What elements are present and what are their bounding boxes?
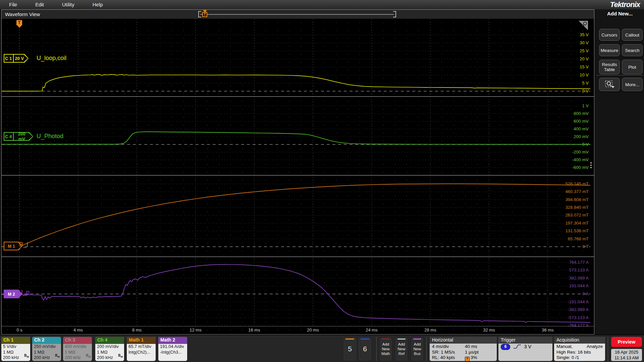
badge-title: Ch 1 bbox=[1, 337, 30, 344]
panel-drag-handle[interactable] bbox=[590, 161, 592, 169]
date-text: 16 Apr 2025 bbox=[611, 349, 642, 355]
channel-badge-c1[interactable]: C 120 V bbox=[4, 54, 29, 63]
sidebar-button-more[interactable]: More... bbox=[622, 78, 643, 91]
menu-items: FileEditUtilityHelp bbox=[0, 0, 112, 9]
channel-button-6[interactable]: 6 bbox=[358, 337, 372, 361]
badge-title: Ch 3 bbox=[63, 337, 92, 344]
badge-title: Math 2 bbox=[158, 337, 187, 344]
trigger-position-marker[interactable]: T bbox=[202, 10, 207, 18]
oscilloscope-screen: FileEditUtilityHelp Tektronix Waveform V… bbox=[0, 0, 644, 362]
time-tick-label: 0 s bbox=[4, 327, 35, 333]
menu-item-edit[interactable]: Edit bbox=[26, 0, 53, 9]
axis-tick-label: 1 V bbox=[545, 103, 589, 109]
preview-button[interactable]: Preview bbox=[611, 337, 642, 347]
channel-badge-m2[interactable]: M 2 bbox=[4, 290, 22, 298]
bandwidth-limit-icon: BW bbox=[55, 353, 60, 360]
badge-settings: 200 mV/div1 MΩ200 kHzBW bbox=[95, 344, 124, 361]
trace-name-label: I_p bbox=[21, 289, 30, 296]
trace-i-p[interactable] bbox=[2, 264, 590, 322]
trace-name-label: B_t bbox=[19, 241, 28, 248]
zoom-corner-icon[interactable] bbox=[578, 21, 588, 31]
badge-text: M 2 bbox=[4, 290, 19, 298]
badge-text: C 4200 mV bbox=[4, 132, 30, 141]
time-tick-label: 4 ms bbox=[63, 327, 93, 333]
badge-settings: 250 mV/div1 MΩ200 kHzBW bbox=[32, 344, 61, 361]
zoom-select-icon bbox=[604, 80, 614, 89]
channel-settings-badge-ch2[interactable]: Ch 2250 mV/div1 MΩ200 kHzBW bbox=[32, 337, 61, 361]
menu-item-file[interactable]: File bbox=[0, 0, 26, 9]
trace-u-loop-coil[interactable] bbox=[2, 74, 590, 91]
axis-tick-label: 0 A bbox=[545, 291, 589, 297]
axis-tick-label: 20 V bbox=[545, 56, 589, 62]
channel-settings-badge-ch4[interactable]: Ch 4200 mV/div1 MΩ200 kHzBW bbox=[95, 337, 124, 361]
sidebar-button-results-table[interactable]: Results Table bbox=[599, 60, 620, 74]
trace-name-label: U_Photod bbox=[37, 133, 63, 140]
sidebar-button-measure[interactable]: Measure bbox=[599, 44, 620, 56]
trigger-t-icon: T bbox=[16, 20, 22, 25]
axis-tick-label: 400 mV bbox=[545, 126, 589, 132]
channel-settings-badge-math1[interactable]: Math 165.7 mT/divIntg(Ch2)... bbox=[127, 337, 156, 361]
add-new-ref-button[interactable]: AddNewRef bbox=[395, 337, 408, 361]
axis-tick-label: 263.072 mT bbox=[545, 212, 589, 218]
sidebar-button-search[interactable]: Search bbox=[622, 44, 643, 56]
button-color-stripe bbox=[382, 339, 390, 340]
badge-settings: 65.7 mT/divIntg(Ch2)... bbox=[127, 344, 156, 361]
axis-tick-label: 35 V bbox=[545, 32, 589, 38]
horizontal-duration: 40 ms bbox=[465, 344, 494, 350]
divider bbox=[426, 337, 427, 361]
overview-right-bracket[interactable] bbox=[393, 11, 396, 17]
menu-item-help[interactable]: Help bbox=[84, 0, 112, 9]
acquisition-panel[interactable]: Acquisition Manual, Analyze High Res: 16… bbox=[554, 337, 605, 361]
time-tick-label: 24 ms bbox=[357, 327, 387, 333]
rising-edge-icon bbox=[512, 344, 522, 349]
axis-tick-label: 197.304 mT bbox=[545, 220, 589, 226]
acquisition-panel-title: Acquisition bbox=[554, 337, 605, 344]
channel-settings-badge-ch3[interactable]: Ch 3450 mV/div1 MΩ200 kHzBW bbox=[63, 337, 92, 361]
channel-badge-c4[interactable]: C 4200 mV bbox=[4, 132, 33, 141]
waveform-plot-area[interactable]: T 35 V30 V25 V20 V15 V10 V5 V0 V1 V800 m… bbox=[2, 19, 594, 334]
horizontal-panel[interactable]: Horizontal 4 ms/div 40 ms SR: 1 MS/s 1 µ… bbox=[430, 337, 497, 361]
sidebar-button-cursors[interactable]: Cursors bbox=[599, 29, 620, 41]
waveform-canvas[interactable] bbox=[2, 19, 594, 326]
add-new-bus-button[interactable]: AddNewBus bbox=[411, 337, 424, 361]
trigger-panel[interactable]: Trigger 6 3 V bbox=[498, 337, 552, 361]
divider bbox=[608, 337, 608, 361]
add-new-math-button[interactable]: AddNewMath bbox=[379, 337, 392, 361]
axis-tick-label: 15 V bbox=[545, 64, 589, 70]
badge-title: Math 1 bbox=[127, 337, 156, 344]
trigger-source-badge: 6 bbox=[501, 344, 510, 350]
axis-tick-label: 30 V bbox=[545, 40, 589, 46]
horizontal-sample-rate: SR: 1 MS/s bbox=[432, 350, 465, 355]
trigger-point-icon bbox=[17, 25, 21, 28]
zoom-select-icon[interactable] bbox=[599, 78, 620, 91]
trigger-indicator-flag[interactable]: T bbox=[16, 20, 22, 28]
channel-settings-badge-math2[interactable]: Math 2191.04 A/div-Intg(Ch3... bbox=[158, 337, 187, 361]
button-color-stripe bbox=[413, 339, 421, 340]
axis-tick-label: 131.536 mT bbox=[545, 228, 589, 234]
axis-tick-label: 191.044 A bbox=[545, 283, 589, 289]
menu-item-utility[interactable]: Utility bbox=[53, 0, 84, 9]
axis-tick-label: 25 V bbox=[545, 48, 589, 54]
axis-tick-label: 460.377 mT bbox=[545, 189, 589, 194]
trigger-level: 3 V bbox=[524, 344, 532, 349]
horizontal-panel-title: Horizontal bbox=[430, 337, 497, 344]
trace-u-photod[interactable] bbox=[2, 132, 590, 144]
waveform-view-header: Waveform View T bbox=[2, 10, 594, 19]
horizontal-trigger-position: T3% bbox=[465, 355, 494, 361]
overview-track bbox=[200, 14, 394, 15]
acquisition-mode: Manual, bbox=[556, 344, 573, 350]
sidebar-button-callout[interactable]: Callout bbox=[622, 29, 643, 41]
overview-left-bracket[interactable] bbox=[198, 11, 201, 17]
time-tick-label: 12 ms bbox=[180, 327, 211, 333]
trace-b-t[interactable] bbox=[2, 184, 590, 247]
axis-tick-label: 600 mV bbox=[545, 118, 589, 124]
axis-tick-label: -200 mV bbox=[545, 149, 589, 155]
channel-button-5[interactable]: 5 bbox=[343, 337, 357, 361]
axis-tick-label: 5 V bbox=[545, 80, 589, 86]
time-tick-label: 32 ms bbox=[474, 327, 504, 333]
menu-bar: FileEditUtilityHelp Tektronix bbox=[0, 0, 644, 9]
channel-settings-badge-ch1[interactable]: Ch 15 V/div1 MΩ200 kHzBW bbox=[1, 337, 30, 361]
axis-tick-label: 764.177 A bbox=[545, 259, 589, 265]
sidebar-button-plot[interactable]: Plot bbox=[622, 60, 643, 74]
horizontal-overview-bar[interactable]: T bbox=[198, 11, 396, 17]
